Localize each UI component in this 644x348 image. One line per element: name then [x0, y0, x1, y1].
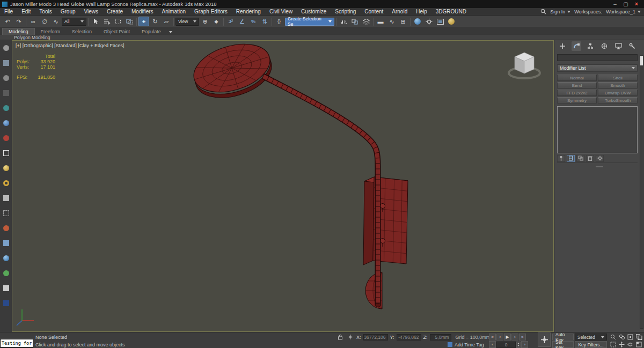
use-pivot-center-icon[interactable]: ⊕ [200, 17, 210, 26]
x-coordinate-field[interactable]: 36772,106 [363, 334, 388, 340]
workspace-dropdown[interactable]: Workspace_1 [606, 9, 641, 14]
rendered-frame-window-icon[interactable] [435, 17, 445, 26]
configure-modifier-sets-icon[interactable] [596, 155, 604, 162]
mirror-icon[interactable] [338, 17, 349, 26]
viewport-label[interactable]: [+] [Orthographic] [Standard] [Clay + Ed… [16, 43, 125, 48]
tab-freeform[interactable]: Freeform [35, 28, 67, 35]
menu-graph-editors[interactable]: Graph Editors [190, 8, 232, 15]
modifier-button-bend[interactable]: Bend [557, 82, 597, 88]
selection-filter-dropdown[interactable]: All [62, 18, 86, 26]
next-key-button[interactable]: › [521, 341, 528, 348]
spinner-snap-icon[interactable]: ⇅ [259, 17, 270, 26]
render-setup-icon[interactable] [423, 17, 434, 26]
selection-region-icon[interactable] [113, 17, 123, 26]
viewport[interactable]: [+] [Orthographic] [Standard] [Clay + Ed… [12, 40, 554, 332]
viewcube[interactable] [505, 49, 544, 83]
modifier-stack[interactable] [557, 106, 638, 153]
polygon-modeling-panel[interactable]: Polygon Modeling [14, 35, 50, 40]
menu-create[interactable]: Create [103, 8, 127, 15]
show-end-result-icon[interactable] [567, 155, 575, 162]
left-tool-10[interactable] [2, 179, 10, 187]
absolute-mode-icon[interactable] [346, 334, 354, 340]
left-tool-13[interactable] [2, 224, 10, 232]
curve-editor-icon[interactable]: ∿ [386, 17, 397, 26]
left-tool-3[interactable] [2, 73, 10, 82]
redo-icon[interactable]: ↷ [13, 17, 24, 26]
search-icon[interactable] [540, 9, 546, 14]
pan-icon[interactable] [618, 341, 626, 348]
modifier-button-ffd[interactable]: FFD 2x2x2 [557, 90, 597, 96]
window-crossing-icon[interactable] [124, 17, 135, 26]
zoom-icon[interactable] [609, 334, 617, 340]
modifier-button-unwrap[interactable]: Unwrap UVW [598, 90, 638, 96]
left-tool-14[interactable] [2, 239, 10, 247]
modifier-button-symmetry[interactable]: Symmetry [557, 97, 597, 103]
maxscript-mini-listener[interactable]: Testing for [0, 339, 33, 347]
zoom-all-icon[interactable] [618, 334, 626, 340]
maximize-button[interactable]: ▢ [620, 1, 631, 7]
set-key-button[interactable]: Set Key [552, 341, 574, 348]
left-tool-9[interactable] [2, 164, 10, 172]
menu-views[interactable]: Views [80, 8, 103, 15]
unlink-selection-icon[interactable]: ∅ [39, 17, 50, 26]
menu-arnold[interactable]: Arnold [387, 8, 412, 15]
remove-modifier-icon[interactable] [586, 155, 594, 162]
left-tool-12[interactable] [2, 209, 10, 217]
previous-frame-button[interactable]: ‹ [496, 334, 503, 340]
set-keys-button[interactable] [538, 332, 551, 347]
orbit-icon[interactable] [626, 341, 634, 348]
add-time-tag[interactable]: Add Time Tag [455, 342, 484, 347]
select-object-icon[interactable] [90, 17, 101, 26]
menu-content[interactable]: Content [360, 8, 387, 15]
zoom-extents-icon[interactable] [626, 334, 634, 340]
menu-scripting[interactable]: Scripting [331, 8, 360, 15]
modifier-button-smooth[interactable]: Smooth [598, 82, 638, 88]
command-panel-scrollbar[interactable] [640, 55, 643, 329]
display-tab-icon[interactable] [613, 41, 623, 51]
select-by-name-icon[interactable] [101, 17, 112, 26]
left-tool-1[interactable] [2, 43, 10, 52]
select-rotate-icon[interactable]: ↻ [150, 17, 160, 26]
tab-object-paint[interactable]: Object Paint [98, 28, 136, 35]
go-to-end-button[interactable]: » [519, 334, 526, 340]
select-link-icon[interactable]: ∞ [28, 17, 39, 26]
schematic-view-icon[interactable]: ⊞ [398, 17, 408, 26]
menu-file[interactable]: File [0, 8, 17, 15]
next-frame-button[interactable]: › [511, 334, 518, 340]
modify-tab-icon[interactable] [572, 41, 581, 51]
left-tool-15[interactable] [2, 254, 10, 262]
z-coordinate-field[interactable]: 5,0mm [430, 334, 451, 340]
select-move-icon[interactable]: + [138, 17, 149, 26]
menu-rendering[interactable]: Rendering [232, 8, 265, 15]
select-scale-icon[interactable]: ▱ [161, 17, 172, 26]
pin-stack-icon[interactable] [557, 155, 565, 162]
menu-3dground[interactable]: 3DGROUND [431, 8, 471, 15]
modifier-button-shell[interactable]: Shell [598, 75, 638, 81]
y-coordinate-field[interactable]: -4796,862 [397, 334, 421, 340]
scrollbar-thumb[interactable] [640, 56, 643, 65]
menu-civil-view[interactable]: Civil View [265, 8, 297, 15]
left-tool-2[interactable] [2, 58, 10, 67]
left-tool-6[interactable] [2, 119, 10, 127]
selection-lock-icon[interactable] [336, 334, 344, 340]
key-mode-dropdown[interactable]: Selected [575, 334, 607, 340]
zoom-extents-all-icon[interactable] [635, 334, 643, 340]
menu-edit[interactable]: Edit [17, 8, 35, 15]
left-tool-4[interactable] [2, 88, 10, 97]
menu-modifiers[interactable]: Modifiers [127, 8, 158, 15]
angle-snap-icon[interactable]: ∠ [237, 17, 247, 26]
menu-help[interactable]: Help [412, 8, 431, 15]
snap-toggle-icon[interactable]: 3² [225, 17, 236, 26]
bind-spacewarp-icon[interactable]: ∿ [50, 17, 61, 26]
reference-coordinate-dropdown[interactable]: View [175, 18, 199, 26]
align-icon[interactable] [349, 17, 360, 26]
close-button[interactable]: × [631, 1, 642, 7]
menu-tools[interactable]: Tools [35, 8, 56, 15]
tab-modeling[interactable]: Modeling [2, 28, 35, 35]
named-selection-sets-icon[interactable]: {} [274, 17, 284, 26]
previous-key-button[interactable]: ‹ [489, 341, 496, 348]
create-selection-set-dropdown[interactable]: Create Selection Se [285, 18, 334, 26]
play-button[interactable]: ▶ [504, 334, 511, 340]
current-frame-field[interactable]: 0 [496, 342, 516, 348]
undo-icon[interactable]: ↶ [2, 17, 13, 26]
